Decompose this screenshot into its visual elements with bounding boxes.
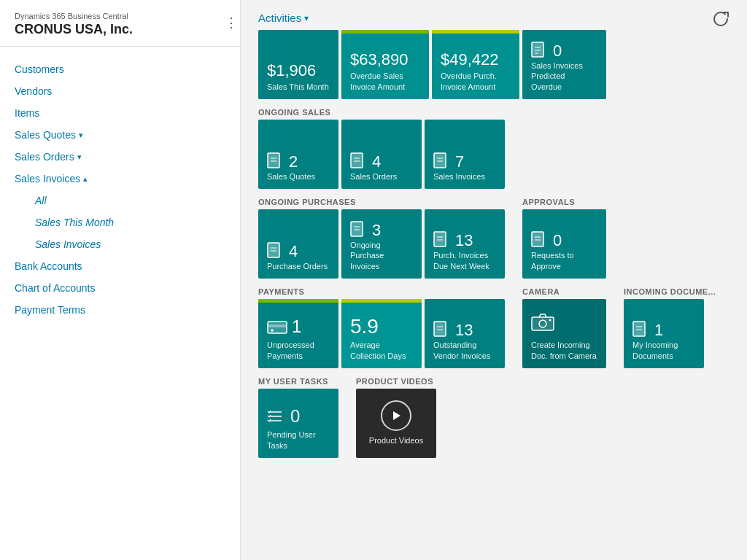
tile-product-videos[interactable]: Product Videos — [356, 389, 436, 458]
tile-sales-orders[interactable]: 4 Sales Orders — [341, 120, 422, 189]
tile-outstanding-vendor[interactable]: 13 Outstanding Vendor Invoices — [425, 299, 505, 368]
tile-value: 4 — [289, 242, 298, 261]
tile-value: $49,422 — [441, 50, 511, 69]
tile-value: 0 — [290, 406, 300, 427]
app-name: Dynamics 365 Business Central — [15, 12, 225, 20]
tile-label: Ongoing Purchase Invoices — [350, 240, 413, 271]
product-videos-label: PRODUCT VIDEOS — [356, 371, 436, 389]
tile-value: 0 — [553, 231, 562, 250]
tile-value: 4 — [372, 152, 381, 171]
tile-value: 7 — [455, 152, 464, 171]
tile-value: 0 — [553, 42, 562, 61]
tile-label: Average Collection Days — [350, 340, 413, 361]
sidebar-header: Dynamics 365 Business Central CRONUS USA… — [0, 0, 240, 47]
tile-overdue-purch[interactable]: $49,422 Overdue Purch. Invoice Amount — [432, 30, 519, 99]
tile-my-incoming-docs[interactable]: 1 My Incoming Documents — [624, 299, 704, 368]
tile-label: My Incoming Documents — [632, 340, 695, 361]
tile-value: 5.9 — [350, 315, 413, 338]
chevron-down-icon: ▾ — [79, 131, 83, 140]
svg-rect-13 — [268, 243, 279, 257]
sidebar-item-sales-invoices-sub[interactable]: Sales Invoices — [0, 233, 240, 255]
main-content: Activities ▾ $1,906 Sales This Month $63… — [241, 0, 747, 560]
svg-rect-4 — [268, 153, 279, 168]
tile-camera[interactable]: Create Incoming Doc. from Camera — [522, 299, 606, 368]
sidebar-item-all[interactable]: All — [0, 190, 240, 211]
sidebar-item-items[interactable]: Items — [0, 102, 240, 124]
document-icon — [531, 231, 547, 250]
sidebar-nav: Customers Vendors Items Sales Quotes ▾ S… — [0, 47, 240, 332]
tile-unprocessed-payments[interactable]: 1 Unprocessed Payments — [258, 299, 338, 368]
tile-value: 3 — [372, 221, 381, 240]
tile-sales-this-month[interactable]: $1,906 Sales This Month — [258, 30, 338, 99]
camera-label: CAMERA — [522, 281, 606, 299]
chevron-down-icon: ▾ — [77, 152, 82, 162]
approvals-label: APPROVALS — [522, 192, 606, 209]
tile-value: 1 — [292, 316, 301, 337]
document-icon — [433, 152, 449, 171]
chevron-down-icon: ▾ — [304, 13, 309, 23]
svg-rect-28 — [434, 322, 446, 336]
document-icon — [350, 221, 366, 240]
user-tasks-label: MY USER TASKS — [258, 371, 338, 389]
payment-icon — [267, 319, 287, 335]
sidebar-item-bank-accounts[interactable]: Bank Accounts — [0, 255, 240, 277]
top-tiles-row: $1,906 Sales This Month $63,890 Overdue … — [241, 30, 747, 102]
svg-rect-26 — [268, 324, 287, 327]
tile-pending-user-tasks[interactable]: 0 Pending User Tasks — [258, 389, 338, 458]
svg-rect-34 — [633, 322, 645, 336]
svg-rect-22 — [532, 232, 543, 246]
main-header: Activities ▾ — [241, 0, 747, 30]
refresh-button[interactable] — [709, 7, 732, 31]
tile-label: Pending User Tasks — [267, 429, 330, 451]
tile-label: Sales Invoices — [433, 171, 496, 182]
svg-rect-19 — [434, 232, 446, 246]
incoming-docs-label: INCOMING DOCUME... — [624, 281, 716, 299]
document-icon — [267, 242, 283, 261]
sidebar: Dynamics 365 Business Central CRONUS USA… — [0, 0, 241, 560]
sidebar-item-sales-invoices[interactable]: Sales Invoices ▴ — [0, 168, 240, 190]
document-icon — [433, 231, 449, 250]
tile-label: Purchase Orders — [267, 261, 330, 271]
tile-label: Purch. Invoices Due Next Week — [433, 250, 496, 271]
chevron-up-icon: ▴ — [83, 174, 88, 184]
sidebar-item-chart-of-accounts[interactable]: Chart of Accounts — [0, 277, 240, 299]
tile-overdue-sales[interactable]: $63,890 Overdue Sales Invoice Amount — [341, 30, 429, 99]
svg-point-27 — [271, 329, 274, 332]
tile-purchase-orders[interactable]: 4 Purchase Orders — [258, 209, 338, 279]
sidebar-item-sales-orders[interactable]: Sales Orders ▾ — [0, 146, 240, 168]
tile-label: Sales This Month — [267, 82, 330, 92]
tile-icon-row: 0 — [531, 42, 597, 61]
sidebar-item-customers[interactable]: Customers — [0, 58, 240, 80]
tile-value: $63,890 — [350, 50, 420, 69]
sidebar-item-payment-terms[interactable]: Payment Terms — [0, 299, 240, 321]
tile-label: Create Incoming Doc. from Camera — [531, 340, 597, 361]
sidebar-item-sales-quotes[interactable]: Sales Quotes ▾ — [0, 124, 240, 146]
tile-avg-collection-days[interactable]: 5.9 Average Collection Days — [341, 299, 422, 368]
tile-value: 13 — [455, 231, 473, 250]
company-name: CRONUS USA, Inc. — [15, 22, 225, 37]
document-icon — [350, 152, 366, 171]
tile-label: Overdue Sales Invoice Amount — [350, 71, 420, 92]
tile-purch-due-next-week[interactable]: 13 Purch. Invoices Due Next Week — [425, 209, 505, 279]
tile-label: Product Videos — [369, 435, 423, 446]
tile-label: Sales Quotes — [267, 171, 330, 182]
document-icon — [267, 152, 283, 171]
tile-value: 1 — [654, 321, 663, 340]
tile-sales-invoices[interactable]: 7 Sales Invoices — [425, 120, 505, 189]
svg-rect-0 — [532, 42, 543, 57]
tile-label: Overdue Purch. Invoice Amount — [441, 71, 511, 92]
tile-sales-quotes[interactable]: 2 Sales Quotes — [258, 120, 338, 189]
camera-icon — [531, 313, 597, 337]
sidebar-item-vendors[interactable]: Vendors — [0, 80, 240, 102]
tile-ongoing-purchase-invoices[interactable]: 3 Ongoing Purchase Invoices — [341, 209, 422, 279]
sidebar-item-sales-this-month[interactable]: Sales This Month — [0, 211, 240, 233]
tile-label: Sales Invoices Predicted Overdue — [531, 61, 597, 92]
menu-dots[interactable]: ⋮ — [225, 16, 239, 29]
tile-requests-to-approve[interactable]: 0 Requests to Approve — [522, 209, 606, 279]
tile-label: Outstanding Vendor Invoices — [433, 340, 496, 361]
payments-label: PAYMENTS — [258, 281, 505, 299]
activities-dropdown[interactable]: Activities ▾ — [258, 12, 309, 24]
document-icon — [632, 321, 649, 340]
tile-predicted-overdue[interactable]: 0 Sales Invoices Predicted Overdue — [522, 30, 606, 99]
tile-value: $1,906 — [267, 61, 330, 80]
